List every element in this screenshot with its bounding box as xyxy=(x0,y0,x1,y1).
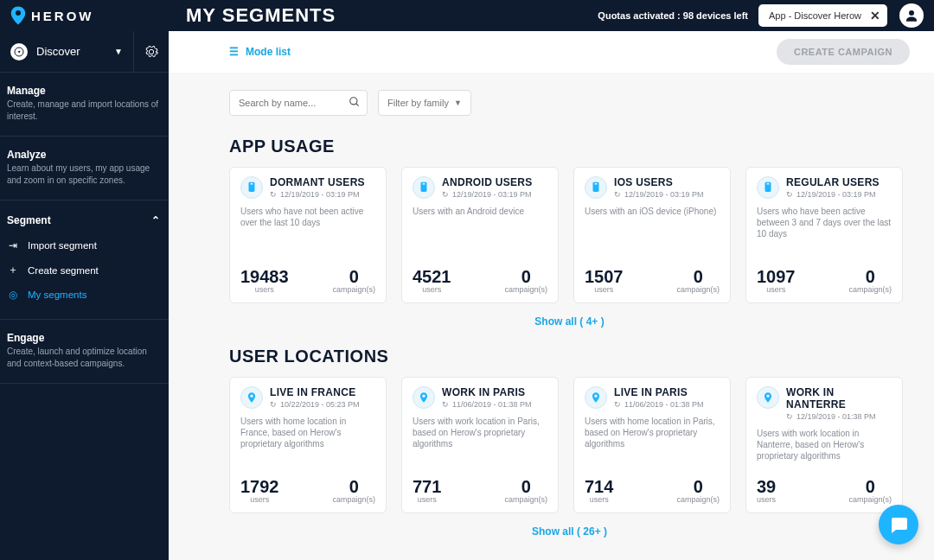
show-all-link[interactable]: Show all ( 26+ ) xyxy=(229,525,910,538)
card-title: DORMANT USERS xyxy=(270,176,365,188)
main-content: ☰ Mode list CREATE CAMPAIGN Filter by fa… xyxy=(169,31,934,560)
clock-icon: ↻ xyxy=(786,412,793,421)
family-filter[interactable]: Filter by family ▼ xyxy=(378,90,471,116)
app-icon xyxy=(585,176,607,199)
segment-card[interactable]: WORK IN PARIS ↻11/06/2019 - 01:38 PM Use… xyxy=(401,377,559,513)
svg-rect-11 xyxy=(767,183,770,184)
sidebar-import-segment[interactable]: ⇥ Import segment xyxy=(0,233,169,258)
clock-icon: ↻ xyxy=(442,400,449,409)
sidebar-engage[interactable]: Engage Create, launch and optimize locat… xyxy=(0,320,169,384)
svg-rect-7 xyxy=(423,183,425,184)
card-description: Users who have not been active over the … xyxy=(240,206,375,228)
card-title: WORK IN PARIS xyxy=(442,386,532,398)
settings-button[interactable] xyxy=(134,45,169,59)
discover-selector[interactable]: Discover ▼ xyxy=(0,31,134,72)
create-campaign-button[interactable]: CREATE CAMPAIGN xyxy=(777,39,910,65)
show-all-link[interactable]: Show all ( 4+ ) xyxy=(229,315,910,328)
card-date: ↻12/19/2019 - 03:19 PM xyxy=(614,190,704,199)
search-icon xyxy=(349,96,361,111)
card-date: ↻10/22/2019 - 05:23 PM xyxy=(270,400,360,409)
card-title: ANDROID USERS xyxy=(442,176,533,188)
card-date: ↻11/06/2019 - 01:38 PM xyxy=(442,400,532,409)
segment-card[interactable]: WORK IN NANTERRE ↻12/19/2019 - 01:38 PM … xyxy=(745,377,903,513)
chat-widget[interactable] xyxy=(879,505,918,544)
caret-down-icon: ▼ xyxy=(454,99,462,107)
card-date: ↻12/19/2019 - 03:19 PM xyxy=(270,190,365,199)
users-metric: 4521 users xyxy=(413,268,451,294)
logo-text: HEROW xyxy=(31,9,94,23)
card-description: Users with home location in France, base… xyxy=(240,416,375,449)
clock-icon: ↻ xyxy=(614,190,621,199)
campaigns-metric: 0 campaign(s) xyxy=(676,268,720,294)
segment-card[interactable]: REGULAR USERS ↻12/19/2019 - 03:19 PM Use… xyxy=(745,167,903,303)
segment-card[interactable]: LIVE IN FRANCE ↻10/22/2019 - 05:23 PM Us… xyxy=(229,377,387,513)
pin-icon xyxy=(757,386,779,409)
sidebar-segment-header[interactable]: Segment ⌃ xyxy=(0,200,169,233)
plus-icon: ＋ xyxy=(7,264,19,277)
clock-icon: ↻ xyxy=(442,190,449,199)
users-metric: 19483 users xyxy=(240,268,289,294)
chat-icon xyxy=(888,514,909,535)
sidebar-my-segments[interactable]: ◎ My segments xyxy=(0,283,169,307)
app-icon xyxy=(413,176,435,199)
card-date: ↻11/06/2019 - 01:38 PM xyxy=(614,400,704,409)
section-title: USER BEHAVIORS xyxy=(229,557,910,560)
svg-point-1 xyxy=(909,10,914,16)
svg-point-0 xyxy=(16,10,21,16)
card-date: ↻12/19/2019 - 01:38 PM xyxy=(786,412,892,421)
card-title: REGULAR USERS xyxy=(786,176,880,188)
pin-icon xyxy=(413,386,435,409)
user-icon xyxy=(904,8,919,23)
close-icon[interactable]: ✕ xyxy=(870,9,880,22)
pin-icon xyxy=(240,386,263,409)
app-selector[interactable]: App - Discover Herow ✕ xyxy=(758,4,887,27)
clock-icon: ↻ xyxy=(786,190,793,199)
card-title: WORK IN NANTERRE xyxy=(786,386,892,410)
users-metric: 39 users xyxy=(757,478,776,504)
users-metric: 1792 users xyxy=(240,478,279,504)
page-title: MY SEGMENTS xyxy=(169,4,336,27)
campaigns-metric: 0 campaign(s) xyxy=(504,478,547,504)
segment-card[interactable]: IOS USERS ↻12/19/2019 - 03:19 PM Users w… xyxy=(573,167,731,303)
target-icon: ◎ xyxy=(7,289,19,301)
sidebar: Discover ▼ Manage Create, manage and imp… xyxy=(0,31,169,560)
campaigns-metric: 0 campaign(s) xyxy=(332,268,375,294)
toolbar: ☰ Mode list CREATE CAMPAIGN xyxy=(169,31,934,73)
caret-down-icon: ▼ xyxy=(114,47,123,56)
sidebar-manage[interactable]: Manage Create, manage and import locatio… xyxy=(0,73,169,137)
users-metric: 771 users xyxy=(413,478,441,504)
card-description: Users with an iOS device (iPhone) xyxy=(585,206,720,217)
card-date: ↻12/19/2019 - 03:19 PM xyxy=(786,190,880,199)
segment-card[interactable]: DORMANT USERS ↻12/19/2019 - 03:19 PM Use… xyxy=(229,167,387,303)
campaigns-metric: 0 campaign(s) xyxy=(332,478,375,504)
campaigns-metric: 0 campaign(s) xyxy=(848,478,892,504)
section-title: APP USAGE xyxy=(229,137,910,156)
segment-card[interactable]: LIVE IN PARIS ↻11/06/2019 - 01:38 PM Use… xyxy=(573,377,731,513)
search-input[interactable] xyxy=(229,90,368,116)
card-description: Users with work location in Nanterre, ba… xyxy=(757,428,892,461)
avatar[interactable] xyxy=(899,3,924,28)
app-icon xyxy=(757,176,779,199)
clock-icon: ↻ xyxy=(270,190,277,199)
top-header: HEROW MY SEGMENTS Quotas activated : 98 … xyxy=(0,0,934,31)
svg-point-3 xyxy=(350,98,357,105)
campaigns-metric: 0 campaign(s) xyxy=(848,268,892,294)
section-title: USER LOCATIONS xyxy=(229,347,910,366)
compass-icon xyxy=(14,47,24,57)
card-description: Users with home location in Paris, based… xyxy=(585,416,720,449)
mode-list-toggle[interactable]: ☰ Mode list xyxy=(229,46,291,58)
card-date: ↻12/19/2019 - 03:19 PM xyxy=(442,190,533,199)
users-metric: 714 users xyxy=(585,478,613,504)
users-metric: 1097 users xyxy=(757,268,796,294)
chevron-up-icon: ⌃ xyxy=(151,214,160,226)
segment-card[interactable]: ANDROID USERS ↻12/19/2019 - 03:19 PM Use… xyxy=(401,167,559,303)
sidebar-create-segment[interactable]: ＋ Create segment xyxy=(0,258,169,283)
sidebar-analyze[interactable]: Analyze Learn about my users, my app usa… xyxy=(0,137,169,200)
app-icon xyxy=(240,176,263,199)
quota-text: Quotas activated : 98 devices left xyxy=(598,10,748,21)
campaigns-metric: 0 campaign(s) xyxy=(504,268,547,294)
list-icon: ☰ xyxy=(229,46,239,58)
svg-rect-5 xyxy=(251,183,253,184)
logo[interactable]: HEROW xyxy=(0,6,169,25)
clock-icon: ↻ xyxy=(614,400,621,409)
